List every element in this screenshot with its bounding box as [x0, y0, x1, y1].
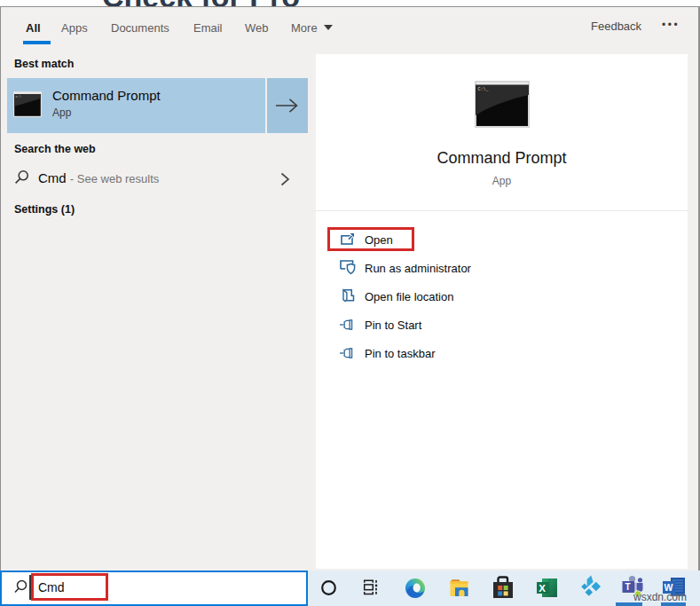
svg-text:C:\_: C:\_ [478, 87, 490, 92]
svg-text:C:\: C:\ [16, 95, 21, 98]
svg-text:X: X [539, 583, 546, 594]
svg-text:T: T [625, 582, 631, 592]
